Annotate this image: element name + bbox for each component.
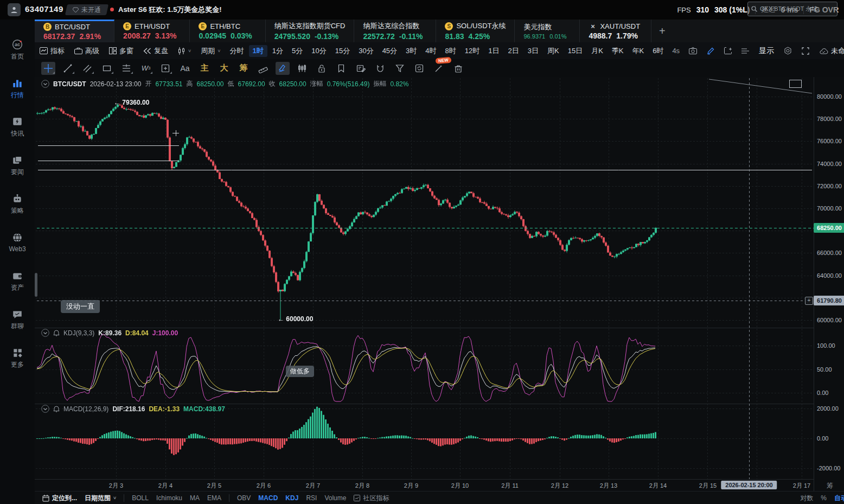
sidebar-item-快讯[interactable]: 快讯 bbox=[0, 110, 35, 144]
rectangle-tool[interactable] bbox=[100, 62, 114, 75]
sidebar-item-要闻[interactable]: 要闻 bbox=[0, 148, 35, 183]
add-pane-button[interactable] bbox=[719, 47, 737, 54]
collapse-circle-icon[interactable] bbox=[41, 80, 49, 88]
date-range-dropdown[interactable]: 日期范围 ˅ bbox=[85, 494, 116, 503]
collapse-circle-icon[interactable] bbox=[41, 405, 49, 413]
sidebar-item-群聊[interactable]: 群聊 bbox=[0, 302, 35, 337]
alert-bell-icon[interactable] bbox=[53, 405, 60, 412]
candle-pattern-tool[interactable] bbox=[295, 62, 309, 75]
user-avatar[interactable] bbox=[8, 3, 21, 16]
timeframe-分时[interactable]: 分时 bbox=[226, 45, 248, 57]
sidebar-item-策略[interactable]: 策略 bbox=[0, 187, 35, 221]
auto-scale-toggle[interactable]: 自动 bbox=[834, 494, 844, 503]
period-dropdown[interactable]: 周期 ˅ bbox=[196, 46, 225, 56]
indicator-toggle-OBV[interactable]: OBV bbox=[237, 494, 251, 502]
pane-scroll-handle[interactable] bbox=[35, 273, 37, 297]
sidebar-item-行情[interactable]: 行情 bbox=[0, 71, 35, 106]
timeframe-15日[interactable]: 15日 bbox=[564, 45, 586, 57]
ticker-tab-ETH/BTC[interactable]: EETH/BTC0.029450.03% bbox=[190, 20, 265, 42]
magic-wand-tool[interactable]: NEW bbox=[432, 62, 446, 75]
collapse-circle-icon[interactable] bbox=[41, 329, 49, 337]
ticker-tab-SOL/USDT永续[interactable]: SSOL/USDT永续81.834.25% bbox=[436, 20, 515, 42]
wave-tool[interactable]: W3 bbox=[139, 62, 153, 75]
ticker-tab-纳斯达克指数期货CFD[interactable]: 纳斯达克指数期货CFD24795.520-0.13% bbox=[266, 20, 355, 42]
screenshot-button[interactable] bbox=[684, 47, 702, 54]
chips-tool[interactable]: 筹 bbox=[236, 62, 251, 75]
macd-title[interactable]: MACD(12,26,9) bbox=[63, 405, 108, 413]
sidebar-item-首页[interactable]: ac首页 bbox=[0, 33, 35, 67]
timeframe-5分[interactable]: 5分 bbox=[288, 45, 306, 57]
time-axis[interactable]: 2月 32月 42月 52月 62月 72月 82月 92月 102月 112月… bbox=[35, 479, 814, 492]
indicator-toggle-MACD[interactable]: MACD bbox=[258, 494, 278, 502]
draw-button[interactable] bbox=[702, 47, 719, 55]
overlay-toggle-BOLL[interactable]: BOLL bbox=[132, 494, 149, 502]
chart-symbol[interactable]: BTC/USDT bbox=[53, 80, 86, 88]
membership-badge[interactable]: 未开通 bbox=[65, 4, 108, 15]
ruler-tool[interactable] bbox=[256, 62, 270, 75]
percent-scale-toggle[interactable]: % bbox=[821, 494, 827, 502]
overlay-toggle-MA[interactable]: MA bbox=[190, 494, 200, 502]
crosshair-plus-button[interactable]: + bbox=[805, 297, 813, 305]
timeframe-8时[interactable]: 8时 bbox=[442, 45, 460, 57]
fullscreen-button[interactable] bbox=[797, 47, 814, 55]
refresh-shape-tool[interactable] bbox=[412, 62, 426, 75]
ticker-tab-纳斯达克综合指数[interactable]: 纳斯达克综合指数22572.72-0.11% bbox=[354, 20, 436, 42]
timeframe-年K[interactable]: 年K bbox=[628, 45, 648, 57]
plus-box-tool[interactable] bbox=[158, 62, 172, 75]
horizontal-lines-tool[interactable] bbox=[119, 62, 133, 75]
locate-button[interactable]: 定位到... bbox=[42, 494, 77, 503]
sidebar-item-Web3[interactable]: Web3 bbox=[0, 225, 35, 260]
indicator-toggle-KDJ[interactable]: KDJ bbox=[285, 494, 298, 502]
brush-tool[interactable] bbox=[276, 62, 290, 75]
trend-line-tool[interactable] bbox=[61, 62, 75, 75]
timeframe-15分[interactable]: 15分 bbox=[331, 45, 354, 57]
timeframe-1时[interactable]: 1时 bbox=[249, 45, 267, 57]
timeframe-月K[interactable]: 月K bbox=[587, 45, 607, 57]
community-indicator-button[interactable]: 社区指标 bbox=[354, 494, 389, 503]
bookmark-tool[interactable] bbox=[334, 62, 348, 75]
timeframe-12时[interactable]: 12时 bbox=[461, 45, 483, 57]
announcement-text[interactable]: Aster S6 狂欢: 1.5万美金总奖金! bbox=[118, 5, 222, 15]
main-chart-tool[interactable]: 主 bbox=[197, 62, 212, 75]
big-text-tool[interactable]: 大 bbox=[217, 62, 231, 75]
timeframe-10分[interactable]: 10分 bbox=[308, 45, 330, 57]
timeframe-45分[interactable]: 45分 bbox=[379, 45, 401, 57]
peak-price-annotation[interactable]: ← 79360.00 bbox=[114, 99, 149, 106]
timeframe-周K[interactable]: 周K bbox=[544, 45, 563, 57]
object-tree-button[interactable] bbox=[737, 48, 754, 54]
candle-style-dropdown[interactable]: ˅ bbox=[173, 47, 196, 55]
note-annotation-2[interactable]: 做低多 bbox=[286, 366, 314, 377]
overlay-toggle-EMA[interactable]: EMA bbox=[207, 494, 221, 502]
ticker-tab-美元指数[interactable]: 美元指数96.93710.01% bbox=[515, 20, 580, 42]
parallel-channel-tool[interactable] bbox=[80, 62, 94, 75]
timeframe-30分[interactable]: 30分 bbox=[355, 45, 377, 57]
sidebar-item-资产[interactable]: 资产 bbox=[0, 264, 35, 298]
timeframe-2日[interactable]: 2日 bbox=[504, 45, 523, 57]
overlay-toggle-Ichimoku[interactable]: Ichimoku bbox=[156, 494, 182, 502]
indicator-button[interactable]: 指标 bbox=[35, 46, 69, 56]
display-settings-button[interactable]: 显示 bbox=[754, 46, 779, 56]
delete-tool[interactable] bbox=[451, 62, 465, 75]
alert-bell-icon[interactable] bbox=[53, 329, 60, 336]
timeframe-1分[interactable]: 1分 bbox=[268, 45, 287, 57]
timeframe-4时[interactable]: 4时 bbox=[421, 45, 440, 57]
multi-window-button[interactable]: 多窗 bbox=[104, 46, 138, 56]
indicator-toggle-Volume[interactable]: Volume bbox=[324, 494, 346, 502]
ticker-tab-BTC/USDT[interactable]: BBTC/USDT68172.372.91% bbox=[35, 20, 114, 42]
timeframe-4s[interactable]: 4s bbox=[668, 46, 683, 56]
settings-button[interactable] bbox=[779, 47, 797, 55]
log-scale-toggle[interactable]: 对数 bbox=[800, 494, 813, 503]
timeframe-6时[interactable]: 6时 bbox=[649, 45, 667, 57]
ticker-tab-XAUT/USDT[interactable]: ×XAUT/USDT4988.71.79% bbox=[580, 20, 651, 42]
filter-tool[interactable] bbox=[393, 62, 407, 75]
timeframe-1日[interactable]: 1日 bbox=[484, 45, 503, 57]
timeframe-季K[interactable]: 季K bbox=[608, 45, 628, 57]
timeframe-3日[interactable]: 3日 bbox=[524, 45, 542, 57]
chips-peak-label[interactable]: 筹 bbox=[827, 481, 833, 490]
layout-dropdown[interactable]: 未命名 ˅ bbox=[814, 46, 844, 56]
trough-price-annotation[interactable]: ← 60000.00 bbox=[278, 315, 313, 323]
timeframe-3时[interactable]: 3时 bbox=[402, 45, 420, 57]
replay-button[interactable]: 复盘 bbox=[138, 46, 173, 56]
user-id[interactable]: 63407149 bbox=[25, 4, 63, 14]
candlestick-chart-canvas[interactable] bbox=[35, 77, 814, 479]
